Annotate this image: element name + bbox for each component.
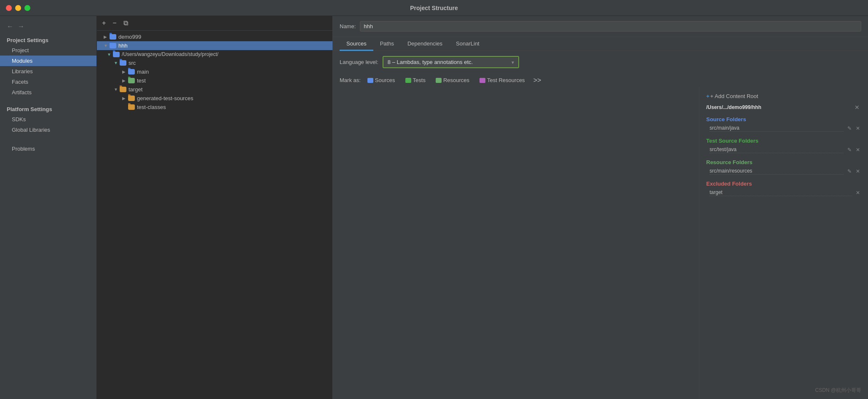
file-tree-panel: + − ⧉ ▶ demo999 ▼ hhh ▼ /U [97,16,333,399]
source-folder-remove-0[interactable]: ✕ [855,125,861,132]
folder-icon-test [128,78,135,83]
tab-sources[interactable]: Sources [340,37,373,51]
add-content-root-button[interactable]: + + Add Content Root [699,90,868,102]
excluded-folders-section: Excluded Folders target ✕ [699,177,868,199]
title-bar: Project Structure [0,0,868,16]
back-arrow[interactable]: ← [7,23,13,30]
window-title: Project Structure [410,5,458,11]
add-module-button[interactable]: + [100,19,107,28]
resources-color-icon [436,78,442,83]
resource-folder-edit-0[interactable]: ✎ [846,168,853,175]
traffic-lights [6,5,30,11]
maximize-button[interactable] [24,5,30,11]
tab-dependencies[interactable]: Dependencies [401,37,449,51]
module-tree: ▶ demo999 ▼ hhh ▼ /Users/wangzeyu/Downlo… [97,31,332,399]
excluded-folders-title: Excluded Folders [706,181,861,187]
tree-item-main[interactable]: ▶ main [97,67,332,76]
source-folder-path-0: src/main/java [710,125,844,132]
excluded-folder-entry-0: target ✕ [706,189,861,197]
close-button[interactable] [6,5,12,11]
sidebar-item-modules[interactable]: Modules [0,56,96,66]
sidebar-item-project[interactable]: Project [0,45,96,56]
source-folders-title: Source Folders [706,116,861,122]
test-source-folder-path-0: src/test/java [710,146,844,153]
test-resources-color-icon [480,78,485,83]
tab-sonarlint[interactable]: SonarLint [449,37,486,51]
folder-icon-generated-test-sources [128,96,135,101]
test-source-folders-title: Test Source Folders [706,138,861,144]
tree-arrow-src: ▼ [114,61,120,65]
folder-icon-content-root [113,52,120,57]
tree-item-hhh[interactable]: ▼ hhh [97,41,332,50]
mark-resources-button[interactable]: Resources [432,76,473,85]
split-area: + + Add Content Root /Users/.../demo999/… [333,87,868,399]
sidebar-item-artifacts[interactable]: Artifacts [0,87,96,98]
main-layout: ← → Project Settings Project Modules Lib… [0,16,868,399]
remove-module-button[interactable]: − [111,19,118,28]
sidebar-item-problems[interactable]: Problems [0,144,96,154]
tree-item-demo999[interactable]: ▶ demo999 [97,32,332,41]
test-folder-edit-0[interactable]: ✎ [846,146,853,153]
tree-item-generated-test-sources[interactable]: ▶ generated-test-sources [97,94,332,103]
file-tree-toolbar: + − ⧉ [97,16,332,31]
language-level-wrapper: 8 – Lambdas, type annotations etc. ▼ [383,56,519,68]
folder-icon-target [120,87,126,92]
sidebar-item-facets[interactable]: Facets [0,77,96,87]
tree-item-test-classes[interactable]: ▶ test-classes [97,103,332,112]
tree-item-test[interactable]: ▶ test [97,76,332,85]
test-source-folder-entry-0: src/test/java ✎ ✕ [706,146,861,154]
sidebar: ← → Project Settings Project Modules Lib… [0,16,97,399]
minimize-button[interactable] [15,5,21,11]
test-folder-remove-0[interactable]: ✕ [855,146,861,153]
tree-arrow-gen: ▶ [122,96,128,101]
tree-arrow-hhh: ▼ [104,43,110,48]
tree-item-target[interactable]: ▼ target [97,85,332,94]
mark-sources-button[interactable]: Sources [364,76,399,85]
sources-color-icon [367,78,373,83]
platform-settings-header: Platform Settings [0,103,96,114]
tree-arrow-demo999: ▶ [104,35,110,39]
resource-folder-path-0: src/main/resources [710,168,844,175]
forward-arrow[interactable]: → [18,23,24,30]
folder-icon-src [120,60,126,66]
sidebar-item-libraries[interactable]: Libraries [0,66,96,77]
right-panel: Name: Sources Paths Dependencies SonarLi… [333,16,868,399]
tree-item-content-root[interactable]: ▼ /Users/wangzeyu/Downloads/study/projec… [97,50,332,59]
tabs-row: Sources Paths Dependencies SonarLint [333,37,868,51]
mark-tests-button[interactable]: Tests [402,76,429,85]
content-root-item: /Users/.../demo999/hhh ✕ [699,102,868,113]
language-level-row: Language level: 8 – Lambdas, type annota… [333,51,868,73]
source-folder-edit-0[interactable]: ✎ [846,125,853,132]
resource-folder-entry-0: src/main/resources ✎ ✕ [706,167,861,176]
folder-icon-demo999 [110,34,116,40]
mark-test-resources-button[interactable]: Test Resources [476,76,528,85]
project-settings-header: Project Settings [0,34,96,45]
tests-color-icon [405,78,411,83]
tree-arrow-target: ▼ [114,87,120,92]
tree-arrow-test: ▶ [122,78,128,83]
resource-folders-section: Resource Folders src/main/resources ✎ ✕ [699,156,868,177]
tab-paths[interactable]: Paths [373,37,401,51]
resource-folders-title: Resource Folders [706,159,861,165]
test-source-folders-section: Test Source Folders src/test/java ✎ ✕ [699,134,868,156]
config-pane: + + Add Content Root /Users/.../demo999/… [699,87,868,399]
name-input[interactable] [360,21,861,32]
name-row: Name: [333,16,868,37]
tree-arrow-main: ▶ [122,69,128,74]
mark-more-button[interactable]: >> [532,77,543,84]
excluded-folder-remove-0[interactable]: ✕ [855,189,861,196]
excluded-folder-path-0: target [710,189,852,196]
tree-item-src[interactable]: ▼ src [97,59,332,67]
sidebar-item-global-libraries[interactable]: Global Libraries [0,125,96,135]
folder-icon-test-classes [128,104,135,110]
resource-folder-remove-0[interactable]: ✕ [855,168,861,175]
language-level-select[interactable]: 8 – Lambdas, type annotations etc. [383,57,518,67]
content-root-close-button[interactable]: ✕ [853,104,861,111]
name-label: Name: [340,23,356,29]
language-level-label: Language level: [340,59,378,65]
tree-arrow-content-root: ▼ [107,52,113,57]
copy-module-button[interactable]: ⧉ [122,19,130,28]
sidebar-item-sdks[interactable]: SDKs [0,114,96,125]
content-root-label: /Users/wangzeyu/Downloads/study/project/ [122,51,218,57]
mark-as-label: Mark as: [340,77,361,83]
